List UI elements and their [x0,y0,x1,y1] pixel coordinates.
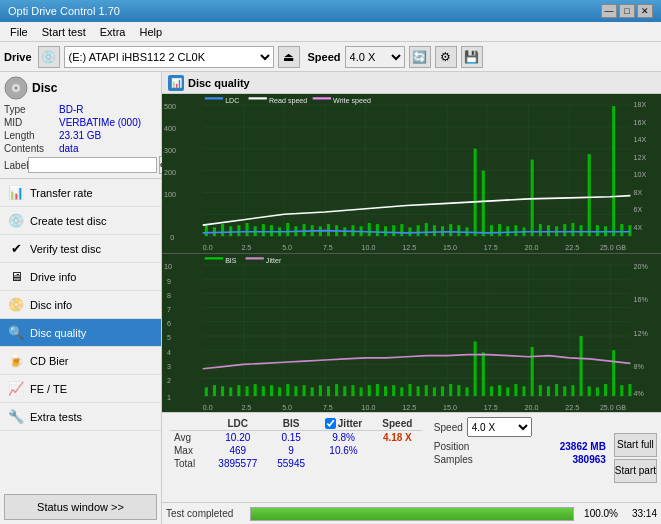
charts-area: 500 400 300 200 100 0 18X 16X 14X 12X 10… [162,94,661,412]
svg-rect-96 [612,106,615,236]
sidebar-item-extra-tests[interactable]: 🔧 Extra tests [0,403,161,431]
menu-file[interactable]: File [4,24,34,40]
save-button[interactable]: 💾 [461,46,483,68]
svg-rect-197 [571,385,574,396]
close-button[interactable]: ✕ [637,4,653,18]
speed-select-stats[interactable]: 4.0 X [467,417,532,437]
sidebar-item-cd-bier[interactable]: 🍺 CD Bier [0,347,161,375]
svg-rect-168 [335,384,338,396]
svg-rect-162 [286,384,289,396]
type-value: BD-R [59,104,157,115]
stats-col-jitter-check[interactable]: Jitter [314,417,373,431]
svg-rect-195 [555,384,558,396]
samples-value: 380963 [572,454,605,465]
refresh-button[interactable]: 🔄 [409,46,431,68]
svg-rect-190 [514,384,517,396]
svg-rect-68 [384,226,387,236]
svg-rect-70 [400,224,403,236]
svg-rect-165 [311,387,314,396]
progress-bar-container [250,507,574,521]
disc-info-table: Type BD-R MID VERBATIMe (000) Length 23.… [4,104,157,174]
svg-text:12%: 12% [634,328,649,337]
jitter-checkbox[interactable] [325,418,336,429]
svg-text:Write speed: Write speed [333,96,371,105]
menu-start-test[interactable]: Start test [36,24,92,40]
svg-rect-182 [449,384,452,396]
speed-label: Speed [308,51,341,63]
svg-rect-202 [612,350,615,396]
menu-extra[interactable]: Extra [94,24,132,40]
left-panel: Disc Type BD-R MID VERBATIMe (000) Lengt… [0,72,162,524]
max-label: Max [170,444,208,457]
svg-rect-74 [433,225,436,236]
chart-header-title: Disc quality [188,77,250,89]
drive-select[interactable]: (E:) ATAPI iHBS112 2 CL0K [64,46,274,68]
sidebar-item-create-test-disc[interactable]: 💿 Create test disc [0,207,161,235]
svg-rect-83 [506,226,509,236]
svg-rect-166 [319,385,322,396]
sidebar-item-verify-test-disc[interactable]: ✔ Verify test disc [0,235,161,263]
drive-info-icon: 🖥 [8,269,24,285]
start-part-button[interactable]: Start part [614,459,657,483]
svg-text:200: 200 [164,168,176,177]
svg-rect-51 [246,223,249,236]
svg-rect-193 [539,385,542,396]
svg-rect-99 [205,97,223,99]
disc-contents-row: Contents data [4,143,157,154]
max-jitter: 10.6% [314,444,373,457]
max-ldc: 469 [208,444,269,457]
svg-rect-97 [620,224,623,236]
svg-rect-201 [604,384,607,396]
stats-table: LDC BIS Jitter Speed [170,417,422,470]
svg-rect-179 [425,385,428,396]
sidebar-item-disc-quality[interactable]: 🔍 Disc quality [0,319,161,347]
svg-rect-198 [580,335,583,395]
svg-text:20.0: 20.0 [525,403,539,412]
label-input[interactable] [28,157,157,173]
nav-items: 📊 Transfer rate 💿 Create test disc ✔ Ver… [0,179,161,490]
stats-col-bis: BIS [268,417,314,431]
contents-key: Contents [4,143,59,154]
disc-quality-label: Disc quality [30,327,86,339]
sidebar-item-transfer-rate[interactable]: 📊 Transfer rate [0,179,161,207]
disc-quality-icon: 🔍 [8,325,24,341]
speed-select[interactable]: 4.0 X [345,46,405,68]
settings-button[interactable]: ⚙ [435,46,457,68]
svg-rect-157 [246,386,249,396]
position-value: 23862 MB [560,441,606,452]
right-stats-area: Speed 4.0 X Position 23862 MB Samples 38… [430,413,610,502]
svg-text:Read speed: Read speed [269,96,307,105]
progress-bar-fill [251,508,573,520]
status-window-button[interactable]: Status window >> [4,494,157,520]
svg-text:5: 5 [167,333,171,342]
svg-rect-101 [249,97,267,99]
svg-text:17.5: 17.5 [484,403,498,412]
svg-rect-79 [474,149,477,236]
start-full-button[interactable]: Start full [614,433,657,457]
stats-row-max: Max 469 9 10.6% [170,444,422,457]
sidebar-item-fe-te[interactable]: 📈 FE / TE [0,375,161,403]
svg-text:12X: 12X [634,152,647,161]
svg-text:8: 8 [167,290,171,299]
maximize-button[interactable]: □ [619,4,635,18]
avg-ldc: 10.20 [208,431,269,445]
sidebar-item-disc-info[interactable]: 📀 Disc info [0,291,161,319]
minimize-button[interactable]: — [601,4,617,18]
svg-point-2 [15,87,18,90]
svg-text:7: 7 [167,304,171,313]
drive-icon-button[interactable]: 💿 [38,46,60,68]
bis-chart-svg: 10 9 8 7 6 5 4 3 2 1 20% 16% 12% 8% 4% [162,254,661,413]
svg-text:300: 300 [164,146,176,155]
disc-length-row: Length 23.31 GB [4,130,157,141]
menu-help[interactable]: Help [133,24,168,40]
svg-text:10.0: 10.0 [362,403,376,412]
progress-percent: 100.0% [578,508,618,519]
stats-bar: LDC BIS Jitter Speed [162,412,661,502]
svg-rect-170 [351,385,354,396]
svg-rect-156 [237,385,240,396]
eject-button[interactable]: ⏏ [278,46,300,68]
sidebar-item-drive-info[interactable]: 🖥 Drive info [0,263,161,291]
svg-rect-80 [482,171,485,237]
svg-rect-93 [588,154,591,236]
svg-text:4%: 4% [634,388,645,397]
